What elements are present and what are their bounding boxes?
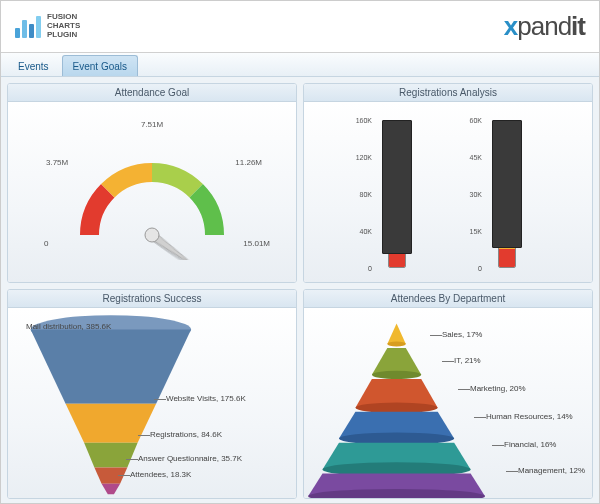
pyramid-label-4: Financial, 16% bbox=[504, 440, 556, 449]
svg-marker-6 bbox=[94, 467, 127, 483]
funnel-chart: Mail distribution, 385.6K Website Visits… bbox=[8, 308, 296, 499]
svg-marker-7 bbox=[102, 484, 121, 494]
tab-events[interactable]: Events bbox=[7, 55, 60, 76]
svg-marker-5 bbox=[84, 443, 137, 468]
panel-attendees-by-department: Attendees By Department S bbox=[303, 289, 593, 499]
svg-point-1 bbox=[145, 228, 159, 242]
gauge-tick-0: 0 bbox=[44, 239, 48, 248]
funnel-label-4: Attendees, 18.3K bbox=[130, 470, 191, 479]
funnel-label-1: Website Visits, 175.6K bbox=[166, 394, 246, 403]
gauge-tick-3: 11.26M bbox=[235, 158, 262, 167]
svg-marker-8 bbox=[387, 323, 406, 344]
panel-title: Registrations Analysis bbox=[304, 84, 592, 102]
linear-gauge-2: 60K 45K 30K 15K 0 bbox=[484, 120, 530, 268]
svg-point-11 bbox=[372, 371, 421, 379]
gauge-tick-4: 15.01M bbox=[243, 239, 270, 248]
pyramid-label-0: Sales, 17% bbox=[442, 330, 482, 339]
gauge-tick-2: 7.51M bbox=[141, 120, 163, 129]
svg-marker-4 bbox=[66, 404, 157, 443]
panel-attendance-goal: Attendance Goal bbox=[7, 83, 297, 283]
top-bar: FUSION CHARTS PLUGIN xpandit bbox=[1, 1, 599, 53]
svg-marker-3 bbox=[31, 330, 191, 404]
pyramid-label-1: IT, 21% bbox=[454, 356, 481, 365]
linear-gauges: 160K 120K 80K 40K 0 60K 45K 30K bbox=[304, 102, 592, 282]
fusioncharts-plugin-logo: FUSION CHARTS PLUGIN bbox=[15, 13, 80, 39]
panel-registrations-analysis: Registrations Analysis 160K 120K 80K 40K… bbox=[303, 83, 593, 283]
svg-point-13 bbox=[355, 403, 437, 413]
pyramid-label-5: Management, 12% bbox=[518, 466, 585, 475]
tab-bar: Events Event Goals bbox=[1, 53, 599, 77]
panel-title: Attendance Goal bbox=[8, 84, 296, 102]
panel-registrations-success: Registrations Success Mail distribution,… bbox=[7, 289, 297, 499]
panel-title: Attendees By Department bbox=[304, 290, 592, 308]
pyramid-label-2: Marketing, 20% bbox=[470, 384, 526, 393]
funnel-label-3: Answer Questionnaire, 35.7K bbox=[138, 454, 242, 463]
gauge-tick-1: 3.75M bbox=[46, 158, 68, 167]
gauge-svg bbox=[57, 140, 247, 260]
pyramid-chart: Sales, 17% IT, 21% Marketing, 20% Human … bbox=[304, 308, 592, 499]
funnel-label-2: Registrations, 84.6K bbox=[150, 430, 222, 439]
dashboard-grid: Attendance Goal bbox=[1, 77, 599, 504]
linear-gauge-1: 160K 120K 80K 40K 0 bbox=[374, 120, 420, 268]
panel-title: Registrations Success bbox=[8, 290, 296, 308]
funnel-label-0: Mail distribution, 385.6K bbox=[26, 322, 111, 331]
svg-point-9 bbox=[387, 341, 406, 346]
fusioncharts-bars-icon bbox=[15, 14, 41, 38]
fusioncharts-plugin-text: FUSION CHARTS PLUGIN bbox=[47, 13, 80, 39]
gauge-chart: 0 3.75M 7.51M 11.26M 15.01M bbox=[8, 102, 296, 282]
pyramid-label-3: Human Resources, 14% bbox=[486, 412, 573, 421]
xpandit-logo: xpandit bbox=[504, 11, 585, 42]
tab-event-goals[interactable]: Event Goals bbox=[62, 55, 138, 76]
